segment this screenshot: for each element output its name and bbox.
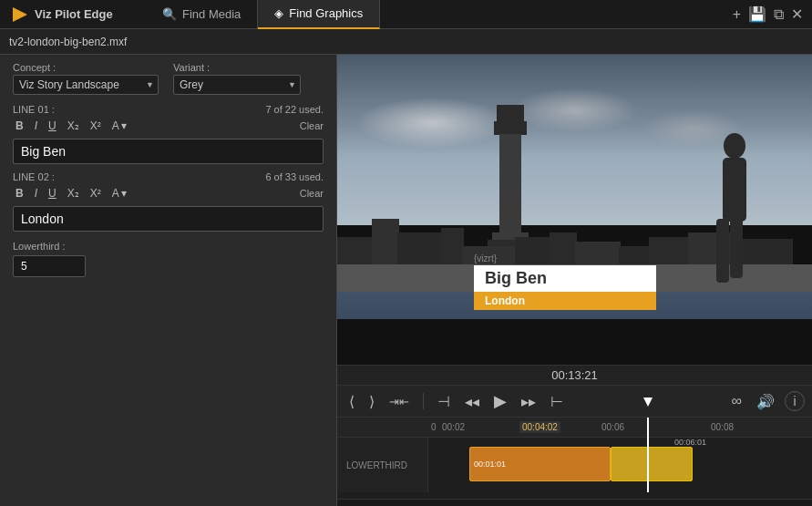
tab-find-graphics[interactable]: ◈ Find Graphics xyxy=(258,0,380,29)
bold-button-2[interactable]: B xyxy=(13,186,26,201)
timeline-ruler: 00:02 00:04:02 00:06 00:08 00:10 00:12 0 xyxy=(337,418,812,438)
lowerthird-label: Lowerthird : xyxy=(0,233,336,253)
overlay-title: Big Ben xyxy=(485,269,547,287)
line02-toolbar: B I U X₂ X² A ▾ Clear xyxy=(0,184,336,204)
clip-1-label: 00:01:01 xyxy=(474,460,610,469)
font-button-2[interactable]: A ▾ xyxy=(109,186,130,201)
ruler-mark-4: 00:08 xyxy=(711,422,734,432)
svg-rect-21 xyxy=(730,219,743,278)
ruler-mark-3: 00:06 xyxy=(601,422,624,432)
timecode: 00:13:21 xyxy=(551,368,598,382)
concept-group: Concept : Viz Story Landscape xyxy=(13,62,159,95)
filebar: tv2-london-big-ben2.mxf xyxy=(0,29,812,55)
concept-label: Concept : xyxy=(13,62,159,73)
timeline-tracks: LOWERTHIRD 00:01:01 00:06:01 xyxy=(337,438,812,492)
logo-area: Viz Pilot Edge xyxy=(0,5,146,24)
concept-select-wrapper: Viz Story Landscape xyxy=(13,75,159,95)
transport-right: ∞ 🔊 i xyxy=(727,391,805,412)
overlay-subtitle-bar: London xyxy=(474,292,656,310)
ruler-zero: 0 xyxy=(431,422,437,432)
concept-select[interactable]: Viz Story Landscape xyxy=(13,75,159,95)
tab-find-media[interactable]: 🔍 Find Media xyxy=(146,0,258,29)
clip-2[interactable] xyxy=(611,447,693,481)
line01-label: LINE 01 : xyxy=(13,104,55,115)
bottom-scrollbar[interactable] xyxy=(337,499,812,506)
svg-rect-1 xyxy=(497,105,524,123)
superscript-button-2[interactable]: X² xyxy=(87,186,104,201)
find-media-icon: 🔍 xyxy=(162,7,177,21)
logo-icon xyxy=(11,5,29,24)
video-area: {vizrt} Big Ben London xyxy=(337,55,812,365)
variant-select-wrapper: Grey xyxy=(173,75,301,95)
step-forward-button[interactable]: ⟩ xyxy=(365,391,379,412)
subscript-button-1[interactable]: X₂ xyxy=(65,119,82,133)
playhead xyxy=(647,418,649,492)
underline-button-1[interactable]: U xyxy=(46,119,59,133)
go-end-button[interactable]: ⊢ xyxy=(546,391,568,412)
add-button[interactable]: + xyxy=(733,6,741,23)
bold-button-1[interactable]: B xyxy=(13,119,26,133)
topbar: Viz Pilot Edge 🔍 Find Media ◈ Find Graph… xyxy=(0,0,812,29)
trim-button[interactable]: ⇥⇤ xyxy=(385,393,414,410)
underline-button-2[interactable]: U xyxy=(46,186,59,201)
skip-to-start-button[interactable]: ⟨ xyxy=(344,391,359,412)
left-panel: Concept : Viz Story Landscape Variant : … xyxy=(0,55,337,506)
transport-bar: ⟨ ⟩ ⇥⇤ ⊣ ◂◂ ▶ ▸▸ ⊢ ∞ 🔊 i xyxy=(337,385,812,417)
go-start-button[interactable]: ⊣ xyxy=(433,391,455,412)
info-button[interactable]: i xyxy=(785,391,805,411)
overlay-brand: {vizrt} xyxy=(474,253,656,263)
save-button[interactable]: 💾 xyxy=(748,5,766,23)
line01-input[interactable] xyxy=(13,139,324,164)
variant-label: Variant : xyxy=(173,62,301,73)
overlay-subtitle: London xyxy=(485,294,525,307)
overlay-title-bar: Big Ben xyxy=(474,265,656,292)
variant-group: Variant : Grey xyxy=(173,62,301,95)
italic-button-2[interactable]: I xyxy=(32,186,40,201)
transport-separator-1 xyxy=(423,393,424,409)
filename: tv2-london-big-ben2.mxf xyxy=(9,36,127,48)
concept-variant-row: Concept : Viz Story Landscape Variant : … xyxy=(0,55,336,98)
line02-count: 6 of 33 used. xyxy=(265,171,324,182)
right-panel: {vizrt} Big Ben London 00:13:21 ⟨ ⟩ ⇥⇤ ⊣ xyxy=(337,55,812,506)
clip-1[interactable]: 00:01:01 xyxy=(469,447,611,481)
svg-rect-19 xyxy=(723,158,746,222)
overlay-lower: {vizrt} Big Ben London xyxy=(474,253,656,310)
font-button-1[interactable]: A ▾ xyxy=(109,119,130,133)
main-layout: Concept : Viz Story Landscape Variant : … xyxy=(0,55,812,506)
close-button[interactable]: ✕ xyxy=(791,5,803,23)
line02-label: LINE 02 : xyxy=(13,171,55,182)
video-placeholder: {vizrt} Big Ben London xyxy=(337,55,812,365)
line01-toolbar: B I U X₂ X² A ▾ Clear xyxy=(0,117,336,137)
timeline-area: 00:02 00:04:02 00:06 00:08 00:10 00:12 0… xyxy=(337,417,812,499)
line01-count: 7 of 22 used. xyxy=(265,104,324,115)
time-display: 00:13:21 xyxy=(337,365,812,385)
volume-button[interactable]: 🔊 xyxy=(752,391,779,412)
ruler-mark-1: 00:02 xyxy=(442,422,465,432)
svg-rect-2 xyxy=(494,121,527,135)
line02-input[interactable] xyxy=(13,206,324,232)
person-silhouette xyxy=(684,128,757,310)
clip-3-label: 00:06:01 xyxy=(674,438,706,447)
italic-button-1[interactable]: I xyxy=(32,119,40,133)
clear-button-1[interactable]: Clear xyxy=(300,120,324,131)
svg-marker-0 xyxy=(13,7,27,22)
track-content: 00:01:01 00:06:01 xyxy=(428,438,812,492)
play-button[interactable]: ▶ xyxy=(489,389,511,413)
step-fwd-button[interactable]: ▸▸ xyxy=(517,391,540,412)
ruler-current-time: 00:04:02 xyxy=(519,421,560,433)
step-back-button[interactable]: ◂◂ xyxy=(460,391,484,412)
line02-header: LINE 02 : 6 of 33 used. xyxy=(0,166,336,184)
superscript-button-1[interactable]: X² xyxy=(87,119,104,133)
svg-point-18 xyxy=(724,133,745,159)
variant-select[interactable]: Grey xyxy=(173,75,301,95)
lowerthird-input[interactable] xyxy=(13,255,86,277)
subscript-button-2[interactable]: X₂ xyxy=(65,186,82,201)
line01-header: LINE 01 : 7 of 22 used. xyxy=(0,98,336,117)
loop-button[interactable]: ∞ xyxy=(727,391,746,411)
topbar-right: + 💾 ⧉ ✕ xyxy=(733,5,812,23)
find-graphics-icon: ◈ xyxy=(274,6,283,20)
logo-text: Viz Pilot Edge xyxy=(35,7,113,21)
svg-rect-20 xyxy=(716,219,729,283)
clear-button-2[interactable]: Clear xyxy=(300,188,324,199)
duplicate-button[interactable]: ⧉ xyxy=(774,6,784,23)
